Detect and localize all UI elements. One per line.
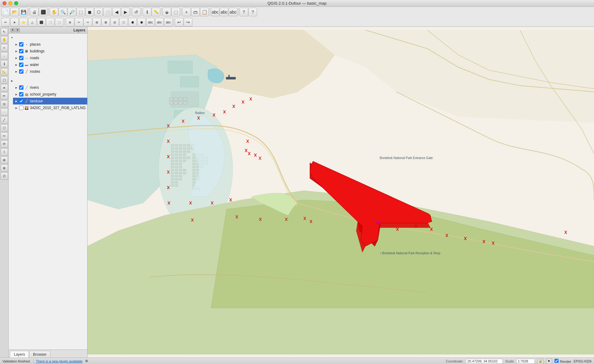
digitize-btn-5[interactable]: ⬛: [37, 18, 46, 27]
zoom-lock-button[interactable]: 🔒: [537, 358, 543, 364]
tool-add-poly[interactable]: ⬡: [1, 124, 8, 132]
digitize-btn-4[interactable]: △: [28, 18, 37, 27]
tool-rotate[interactable]: ⟳: [1, 140, 8, 148]
label2-button[interactable]: abc: [220, 8, 228, 16]
print2-button[interactable]: ⬛: [39, 8, 47, 16]
edit-btn-1[interactable]: ⊕: [66, 18, 74, 27]
layer-checkbox-landuse[interactable]: [19, 99, 23, 103]
select-button[interactable]: ⬙: [162, 8, 171, 16]
edit-btn-12[interactable]: abc: [164, 18, 173, 27]
coordinate-value[interactable]: 20.47209, 34.05102: [466, 359, 503, 364]
undo-button[interactable]: ↩: [175, 18, 183, 27]
tool-deselect[interactable]: ✕: [1, 84, 8, 92]
tool-identify[interactable]: ℹ: [1, 60, 8, 67]
rubber-band-button[interactable]: ⬚: [76, 8, 85, 16]
zoom-in-button[interactable]: 🔍: [59, 8, 67, 16]
layer-item-raster[interactable]: ▶ 🌄 3420C_2010_327_RGB_LATLNG: [13, 104, 87, 111]
close-button[interactable]: [2, 1, 6, 5]
layers-close-btn-2[interactable]: ×: [15, 28, 20, 32]
label-button[interactable]: abc: [211, 8, 219, 16]
map-area[interactable]: Railton Bontebok National Park Entrance …: [88, 27, 594, 358]
open-project-button[interactable]: 📂: [10, 8, 19, 16]
identify-button[interactable]: ℹ: [143, 8, 151, 16]
layer-checkbox-raster[interactable]: [19, 106, 23, 110]
layer-item-school-property[interactable]: ▶ 🏫 school_property: [13, 91, 87, 98]
layer-group-2-header[interactable]: ▶: [9, 77, 87, 84]
tool-split[interactable]: ⊗: [1, 164, 8, 172]
tab-browser[interactable]: Browser: [29, 351, 51, 358]
digitize-btn-6[interactable]: ⬜: [46, 18, 55, 27]
layer-item-routes[interactable]: ▶ ╱ routes: [13, 68, 87, 75]
zoom-selection-button[interactable]: ⬜: [103, 8, 112, 16]
digitize-btn-7[interactable]: ⬚: [55, 18, 63, 27]
edit-btn-6[interactable]: ⊟: [110, 18, 119, 27]
tool-simplify[interactable]: ⌇: [1, 148, 8, 156]
label3-button[interactable]: abc: [229, 8, 237, 16]
tool-arrow[interactable]: ↖: [1, 28, 8, 35]
tool-zoom-out[interactable]: -: [1, 52, 8, 59]
attribute-table-button[interactable]: 🗃: [191, 8, 200, 16]
zoom-prev-button[interactable]: ◀: [112, 8, 121, 16]
new-project-button[interactable]: 📄: [1, 8, 10, 16]
tool-measure[interactable]: 📐: [1, 68, 8, 76]
layer-checkbox-water[interactable]: [19, 63, 23, 67]
zoom-layer-button[interactable]: ⬡: [94, 8, 103, 16]
layers-close-btn-1[interactable]: ×: [10, 28, 15, 32]
edit-btn-9[interactable]: ⬣: [137, 18, 146, 27]
refresh-button[interactable]: ↺: [132, 8, 141, 16]
pan-button[interactable]: ✋: [50, 8, 58, 16]
edit-btn-8[interactable]: ⬢: [128, 18, 137, 27]
minimize-button[interactable]: [8, 1, 12, 5]
digitize-btn-2[interactable]: ➤: [10, 18, 19, 27]
add-layer-button[interactable]: +: [182, 8, 191, 16]
layer-item-rivers[interactable]: ▶ ╱ rivers: [13, 84, 87, 91]
zoom-full-button[interactable]: ◼: [85, 8, 94, 16]
layer-item-water[interactable]: ▶ ▬ water: [13, 61, 87, 68]
layer-item-places[interactable]: ▶ • places: [13, 41, 87, 48]
redo-button[interactable]: ↪: [184, 18, 192, 27]
open-field-button[interactable]: 📋: [200, 8, 209, 16]
help-button[interactable]: ?: [240, 8, 248, 16]
layer-item-landuse[interactable]: ▶ ╱ landuse: [13, 98, 87, 104]
layer-group-1-header[interactable]: ▼: [9, 34, 87, 41]
digitize-btn-3[interactable]: ⭐: [19, 18, 28, 27]
layer-item-buildings[interactable]: ▶ 🏛 buildings: [13, 48, 87, 55]
layer-item-roads[interactable]: ▶ — roads: [13, 55, 87, 61]
tool-add-point[interactable]: ·: [1, 108, 8, 116]
plugin-available-link[interactable]: There is a new plugin available: [36, 359, 83, 363]
zoom-next-button[interactable]: ▶: [121, 8, 130, 16]
digitize-btn-1[interactable]: ✏: [1, 18, 10, 27]
tool-cut[interactable]: ✂: [1, 132, 8, 140]
deselect-button[interactable]: ⬚: [171, 8, 180, 16]
help2-button[interactable]: ?: [248, 8, 257, 16]
layer-checkbox-buildings[interactable]: [19, 49, 23, 53]
layer-checkbox-rivers[interactable]: [19, 85, 23, 90]
tool-pan[interactable]: ✋: [1, 36, 8, 43]
layer-checkbox-school[interactable]: [19, 92, 23, 96]
tool-add-line[interactable]: ╱: [1, 116, 8, 124]
print-button[interactable]: 🖨: [30, 8, 39, 16]
edit-btn-3[interactable]: ✂: [84, 18, 92, 27]
edit-btn-7[interactable]: ⬡: [119, 18, 128, 27]
measure-button[interactable]: 📏: [152, 8, 160, 16]
zoom-out-button[interactable]: 🔎: [68, 8, 76, 16]
edit-btn-10[interactable]: abc: [146, 18, 155, 27]
tool-reshape[interactable]: ⌬: [1, 172, 8, 180]
edit-btn-11[interactable]: abc: [155, 18, 164, 27]
layer-checkbox-places[interactable]: [19, 42, 23, 47]
render-checkbox[interactable]: [555, 359, 559, 363]
tab-layers[interactable]: Layers: [10, 351, 29, 358]
edit-btn-4[interactable]: ⊞: [92, 18, 101, 27]
tool-node[interactable]: ◎: [1, 100, 8, 108]
layer-checkbox-roads[interactable]: [19, 56, 23, 60]
tool-merge[interactable]: ⊕: [1, 156, 8, 164]
zoom-menu-button[interactable]: ▼: [546, 358, 552, 364]
tool-select[interactable]: ▢: [1, 76, 8, 84]
edit-btn-5[interactable]: ⊠: [101, 18, 110, 27]
edit-btn-2[interactable]: ✂: [75, 18, 83, 27]
tool-edit[interactable]: ✏: [1, 92, 8, 100]
save-project-button[interactable]: 💾: [19, 8, 28, 16]
layer-checkbox-routes[interactable]: [19, 69, 23, 74]
scale-value[interactable]: 1:7028: [516, 359, 535, 364]
maximize-button[interactable]: [14, 1, 18, 5]
